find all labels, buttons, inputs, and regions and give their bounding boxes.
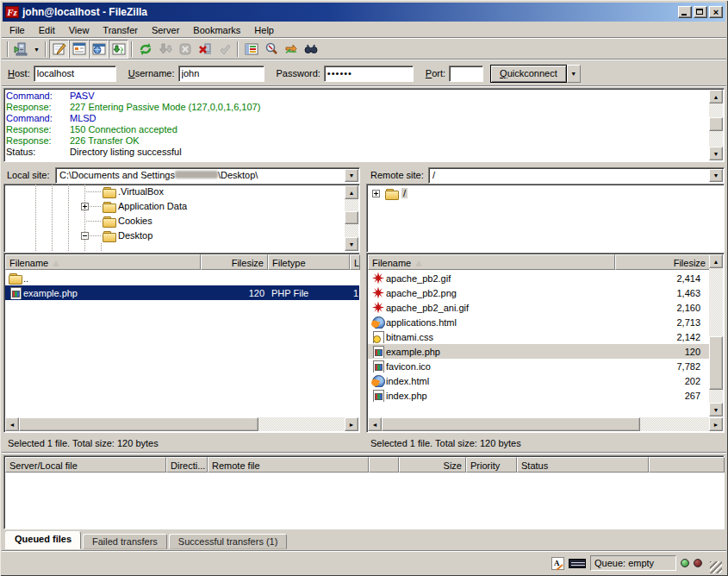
scroll-down-button[interactable]: ▼ [345,237,358,251]
quickconnect-dropdown[interactable]: ▼ [567,65,581,83]
menu-view[interactable]: View [62,23,96,37]
file-row[interactable]: favicon.ico 7,782 [368,359,710,373]
scroll-down-button[interactable]: ▼ [709,403,723,416]
tab-successful-transfers[interactable]: Successful transfers (1) [169,534,288,549]
column-header-priority[interactable]: Priority [466,457,517,473]
disconnect-button[interactable] [195,40,215,59]
php-file-icon [371,390,386,402]
process-queue-button[interactable] [155,40,175,59]
speed-limit-icon[interactable] [569,559,586,568]
cancel-icon [178,42,192,56]
tree-item-cookies[interactable]: Cookies [4,214,344,229]
scroll-up-button[interactable]: ▲ [709,90,723,103]
column-header-status[interactable]: Status [517,457,649,473]
site-manager-dropdown[interactable]: ▼ [31,40,42,59]
scroll-thumb[interactable] [19,417,258,431]
remote-site-combo[interactable]: / ▼ [428,167,725,184]
expand-plus-icon[interactable] [372,190,380,197]
local-site-combo[interactable]: C:\Documents and Settings\Desktop\ ▼ [55,167,360,184]
file-row[interactable]: index.html 202 [368,373,710,388]
site-manager-button[interactable] [11,40,31,59]
refresh-button[interactable] [135,40,155,59]
log-scrollbar[interactable]: ▲ ▼ [709,90,723,160]
log-row: Response:227 Entering Passive Mode (127,… [6,102,706,113]
menu-help[interactable]: Help [247,23,281,37]
column-header-remote-file[interactable]: Remote file [208,457,369,473]
menu-server[interactable]: Server [145,23,186,37]
find-button[interactable] [301,40,320,59]
scroll-thumb[interactable] [709,336,723,390]
tab-failed-transfers[interactable]: Failed transfers [83,534,167,549]
scroll-thumb[interactable] [382,417,640,431]
port-input[interactable] [449,66,483,82]
username-input[interactable] [178,66,264,82]
column-header-filename[interactable]: Filename [5,254,201,270]
scroll-down-button[interactable]: ▼ [709,147,723,160]
file-row[interactable]: applications.html 2,713 [368,315,710,329]
scroll-up-button[interactable]: ▲ [345,185,358,199]
toggle-log-button[interactable] [49,40,69,59]
tree-item-root[interactable]: / [367,186,708,201]
data-type-indicator-icon[interactable]: A [551,557,564,570]
maximize-button[interactable] [694,6,707,18]
local-site-dropdown[interactable]: ▼ [345,169,358,182]
column-header-direction[interactable]: Directi... [166,457,208,473]
close-button[interactable]: × [709,6,723,18]
local-tree-scrollbar[interactable]: ▲ ▼ [345,185,358,251]
local-list-hscrollbar[interactable]: ◄ ► [5,417,358,431]
column-header-filename[interactable]: Filename [368,254,615,270]
password-input[interactable] [324,66,414,82]
column-header-blank[interactable] [369,457,399,473]
tree-item-desktop[interactable]: Desktop [4,229,344,243]
quickconnect-button[interactable]: Quickconnect [490,65,567,83]
file-row[interactable]: apache_pb2.gif 2,414 [368,271,710,285]
compare-button[interactable] [261,40,281,59]
remote-list-header: Filename Filesize [368,254,710,270]
toggle-remote-tree-button[interactable] [89,40,109,59]
file-row[interactable]: apache_pb2_ani.gif 2,160 [368,300,710,315]
expand-plus-icon[interactable] [81,203,89,210]
tab-queued-files[interactable]: Queued files [5,531,81,549]
file-row[interactable]: bitnami.css 2,142 [368,329,710,344]
toggle-local-tree-button[interactable] [69,40,89,59]
scroll-right-button[interactable]: ► [709,417,723,431]
menu-file[interactable]: File [3,23,32,37]
tree-item-virtualbox[interactable]: .VirtualBox [4,185,344,199]
file-row[interactable]: apache_pb2.png 1,463 [368,285,710,300]
scroll-thumb[interactable] [709,117,723,131]
column-header-filesize[interactable]: Filesize [201,254,268,270]
resize-grip[interactable] [710,561,722,573]
title-bar[interactable]: Fz john@localhost - FileZilla × [3,3,725,22]
file-row[interactable]: index.php 267 [368,388,710,403]
column-header-size[interactable]: Size [399,457,466,473]
column-header-filetype[interactable]: Filetype [268,254,350,270]
file-row-example-php[interactable]: example.php 120 [368,344,710,359]
filter-button[interactable] [241,40,261,59]
cancel-button[interactable] [175,40,195,59]
message-log[interactable]: Command:PASV Response:227 Entering Passi… [3,88,725,162]
scroll-up-button[interactable]: ▲ [709,254,723,268]
reconnect-button[interactable] [215,40,234,59]
scroll-thumb[interactable] [345,211,358,224]
scroll-right-button[interactable]: ► [345,417,358,431]
toggle-queue-button[interactable] [109,40,128,59]
menu-transfer[interactable]: Transfer [96,23,145,37]
scroll-left-button[interactable]: ◄ [368,417,382,431]
collapse-minus-icon[interactable] [81,232,89,240]
sync-browse-button[interactable] [281,40,301,59]
scroll-left-button[interactable]: ◄ [5,417,19,431]
column-header-last-modified[interactable]: L [350,254,360,270]
app-icon: Fz [5,6,19,18]
remote-list-vscrollbar[interactable]: ▲ ▼ [709,254,723,416]
minimize-button[interactable] [678,6,692,18]
file-row-example-php[interactable]: example.php 120 PHP File 1 [5,285,359,300]
tree-item-application-data[interactable]: Application Data [4,199,344,214]
remote-list-hscrollbar[interactable]: ◄ ► [368,417,723,431]
file-row-parent-dir[interactable]: .. [5,271,350,285]
column-header-server-local-file[interactable]: Server/Local file [5,457,166,473]
host-input[interactable] [34,66,116,82]
menu-edit[interactable]: Edit [32,23,62,37]
menu-bookmarks[interactable]: Bookmarks [186,23,247,37]
column-header-filesize[interactable]: Filesize [615,254,710,270]
remote-site-dropdown[interactable]: ▼ [709,169,723,182]
